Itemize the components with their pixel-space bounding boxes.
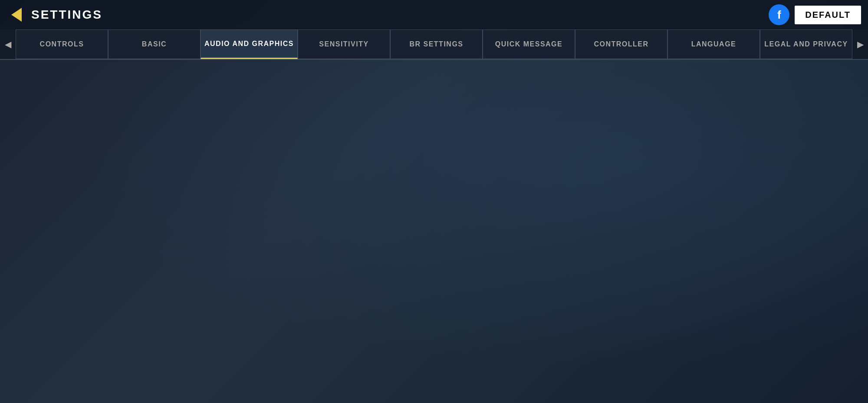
- back-icon: [11, 8, 22, 22]
- nav-tabs: ◀ CONTROLS BASIC AUDIO AND GRAPHICS SENS…: [0, 29, 868, 60]
- tab-legal-and-privacy[interactable]: LEGAL AND PRIVACY: [760, 29, 852, 59]
- nav-tabs-inner: CONTROLS BASIC AUDIO AND GRAPHICS SENSIT…: [16, 29, 852, 59]
- tab-controller[interactable]: CONTROLLER: [575, 29, 667, 59]
- header: SETTINGS f DEFAULT: [0, 0, 868, 29]
- header-actions: f DEFAULT: [769, 4, 861, 25]
- facebook-button[interactable]: f: [769, 4, 789, 25]
- tab-br-settings[interactable]: BR SETTINGS: [390, 29, 483, 59]
- nav-right-arrow[interactable]: ▶: [852, 29, 868, 59]
- default-button[interactable]: DEFAULT: [795, 6, 861, 24]
- tab-sensitivity[interactable]: SENSITIVITY: [298, 29, 390, 59]
- tab-controls[interactable]: CONTROLS: [16, 29, 108, 59]
- back-button[interactable]: [7, 5, 26, 24]
- tab-language[interactable]: LANGUAGE: [667, 29, 760, 59]
- tab-audio-and-graphics[interactable]: AUDIO AND GRAPHICS: [201, 29, 298, 59]
- page-title: SETTINGS: [31, 8, 102, 22]
- tab-quick-message[interactable]: QUICK MESSAGE: [483, 29, 575, 59]
- tab-basic[interactable]: BASIC: [108, 29, 201, 59]
- nav-left-arrow[interactable]: ◀: [0, 29, 16, 59]
